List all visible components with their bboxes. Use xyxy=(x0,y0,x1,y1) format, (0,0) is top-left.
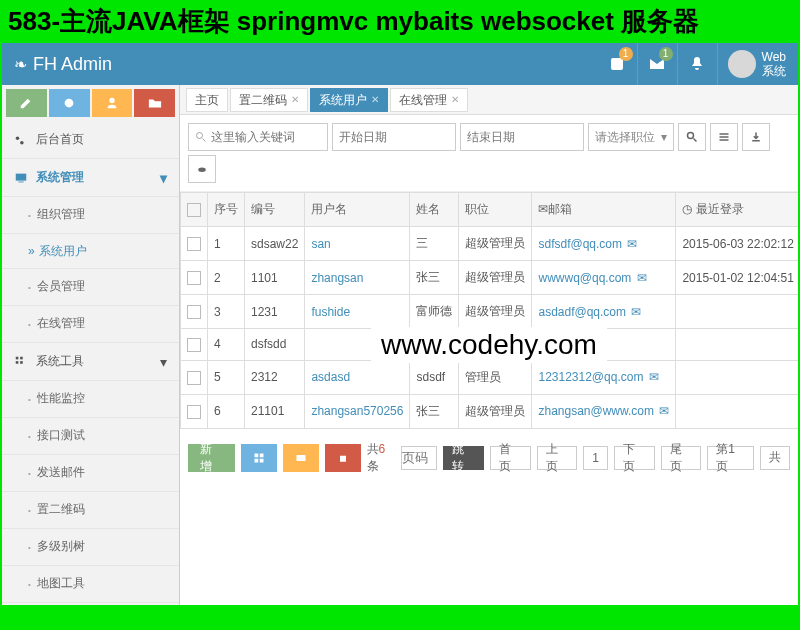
row-checkbox[interactable] xyxy=(187,338,201,352)
brand-text: FH Admin xyxy=(33,54,112,75)
cell-mail[interactable]: zhangsan@www.com ✉ xyxy=(532,394,676,428)
cell-username[interactable]: fushide xyxy=(305,295,410,329)
start-date-input[interactable] xyxy=(332,123,456,151)
svg-rect-8 xyxy=(20,356,23,359)
svg-point-18 xyxy=(198,168,206,173)
sb-user-button[interactable] xyxy=(92,89,133,117)
select-all-checkbox[interactable] xyxy=(187,203,201,217)
list-button[interactable] xyxy=(710,123,738,151)
sidebar-home[interactable]: 后台首页 xyxy=(2,121,179,159)
tab-bar: 主页 置二维码✕ 系统用户✕ 在线管理✕ xyxy=(180,85,798,115)
svg-point-1 xyxy=(65,99,74,108)
cell-seq: 6 xyxy=(208,394,245,428)
mail-icon: ✉ xyxy=(627,237,637,251)
sb-view-button[interactable] xyxy=(49,89,90,117)
download-button[interactable] xyxy=(742,123,770,151)
svg-point-4 xyxy=(20,140,24,144)
cell-mail[interactable]: asdadf@qq.com ✉ xyxy=(532,295,676,329)
sidebar-item-member[interactable]: 会员管理 xyxy=(2,269,179,306)
prev-page-button[interactable]: 上页 xyxy=(537,446,578,470)
cell-login xyxy=(676,394,798,428)
tab-sysuser[interactable]: 系统用户✕ xyxy=(310,88,388,112)
row-checkbox[interactable] xyxy=(187,305,201,319)
cell-code: 1231 xyxy=(245,295,305,329)
row-checkbox[interactable] xyxy=(187,405,201,419)
svg-line-12 xyxy=(203,139,206,142)
sidebar-systools[interactable]: 系统工具 ▾ xyxy=(2,343,179,381)
mail-icon: ✉ xyxy=(538,202,548,216)
svg-rect-5 xyxy=(16,173,27,180)
view-toggle-button[interactable] xyxy=(241,444,277,472)
cell-username[interactable]: san xyxy=(305,227,410,261)
cell-name: 三 xyxy=(410,227,459,261)
sidebar-item-tree[interactable]: 多级别树 xyxy=(2,529,179,566)
cell-username[interactable]: zhangsan570256 xyxy=(305,394,410,428)
keyword-field[interactable] xyxy=(211,130,321,144)
sidebar-item-perf[interactable]: 性能监控 xyxy=(2,381,179,418)
nav-bell-button[interactable] xyxy=(678,43,718,85)
search-input[interactable] xyxy=(188,123,328,151)
cell-mail[interactable]: wwwwq@qq.com ✉ xyxy=(532,261,676,295)
search-button[interactable] xyxy=(678,123,706,151)
cell-username[interactable]: zhangsan xyxy=(305,261,410,295)
jump-button[interactable]: 跳转 xyxy=(443,446,484,470)
mail-action-button[interactable] xyxy=(283,444,319,472)
table-row: 621101zhangsan570256张三超级管理员zhangsan@www.… xyxy=(181,394,799,428)
cell-role: 超级管理员 xyxy=(459,227,532,261)
delete-button[interactable] xyxy=(325,444,361,472)
sidebar-item-online[interactable]: 在线管理 xyxy=(2,306,179,343)
table-row: 52312asdasdsdsdf管理员12312312@qq.com ✉ xyxy=(181,360,799,394)
sb-edit-button[interactable] xyxy=(6,89,47,117)
nav-user-text: Web 系统 xyxy=(762,50,786,79)
tab-qrcode[interactable]: 置二维码✕ xyxy=(230,88,308,112)
nav-tasks-button[interactable]: 1 xyxy=(598,43,638,85)
next-page-button[interactable]: 下页 xyxy=(614,446,655,470)
sidebar-item-sysuser[interactable]: 系统用户 xyxy=(2,234,179,269)
last-page-button[interactable]: 尾页 xyxy=(661,446,702,470)
cell-login xyxy=(676,329,798,361)
cell-seq: 4 xyxy=(208,329,245,361)
footer-bar: 新增 共6条 跳转 首页 上页 1 下页 尾页 第1页 共 xyxy=(180,429,798,487)
cell-role: 管理员 xyxy=(459,360,532,394)
page-number-input[interactable] xyxy=(401,446,437,470)
new-button[interactable]: 新增 xyxy=(188,444,235,472)
row-checkbox[interactable] xyxy=(187,237,201,251)
sidebar-sysmgr[interactable]: 系统管理 ▾ xyxy=(2,159,179,197)
close-icon[interactable]: ✕ xyxy=(291,88,299,112)
cloud-button[interactable] xyxy=(188,155,216,183)
close-icon[interactable]: ✕ xyxy=(371,88,379,112)
cell-login: 2015-01-02 12:04:51 xyxy=(676,261,798,295)
cell-code: sdsaw22 xyxy=(245,227,305,261)
sidebar-item-map[interactable]: 地图工具 xyxy=(2,566,179,603)
svg-point-11 xyxy=(197,133,203,139)
row-checkbox[interactable] xyxy=(187,371,201,385)
sidebar-item-org[interactable]: 组织管理 xyxy=(2,197,179,234)
chevron-down-icon: ▾ xyxy=(160,170,167,186)
svg-rect-7 xyxy=(16,356,19,359)
tab-home[interactable]: 主页 xyxy=(186,88,228,112)
leaf-icon: ❧ xyxy=(14,55,27,74)
cell-username[interactable]: asdasd xyxy=(305,360,410,394)
sidebar: 后台首页 系统管理 ▾ 组织管理 系统用户 会员管理 在线管理 系统工具 ▾ 性… xyxy=(2,85,180,605)
first-page-button[interactable]: 首页 xyxy=(490,446,531,470)
sidebar-item-qrcode[interactable]: 置二维码 xyxy=(2,492,179,529)
cell-mail[interactable]: sdfsdf@qq.com ✉ xyxy=(532,227,676,261)
sidebar-item-sendmail[interactable]: 发送邮件 xyxy=(2,455,179,492)
top-banner: 583-主流JAVA框架 springmvc mybaits websocket… xyxy=(0,0,800,43)
row-checkbox[interactable] xyxy=(187,271,201,285)
svg-point-3 xyxy=(16,136,20,140)
svg-rect-23 xyxy=(296,455,305,461)
tab-online[interactable]: 在线管理✕ xyxy=(390,88,468,112)
cell-mail[interactable]: 12312312@qq.com ✉ xyxy=(532,360,676,394)
svg-rect-20 xyxy=(259,453,263,457)
sidebar-item-apitest[interactable]: 接口测试 xyxy=(2,418,179,455)
end-date-input[interactable] xyxy=(460,123,584,151)
avatar[interactable] xyxy=(728,50,756,78)
sb-folder-button[interactable] xyxy=(134,89,175,117)
close-icon[interactable]: ✕ xyxy=(451,88,459,112)
main-panel: 主页 置二维码✕ 系统用户✕ 在线管理✕ 请选择职位 www.codehy.co… xyxy=(180,85,798,605)
svg-point-2 xyxy=(109,98,114,103)
nav-mail-button[interactable]: 1 xyxy=(638,43,678,85)
role-select[interactable]: 请选择职位 xyxy=(588,123,674,151)
current-page: 1 xyxy=(583,446,608,470)
